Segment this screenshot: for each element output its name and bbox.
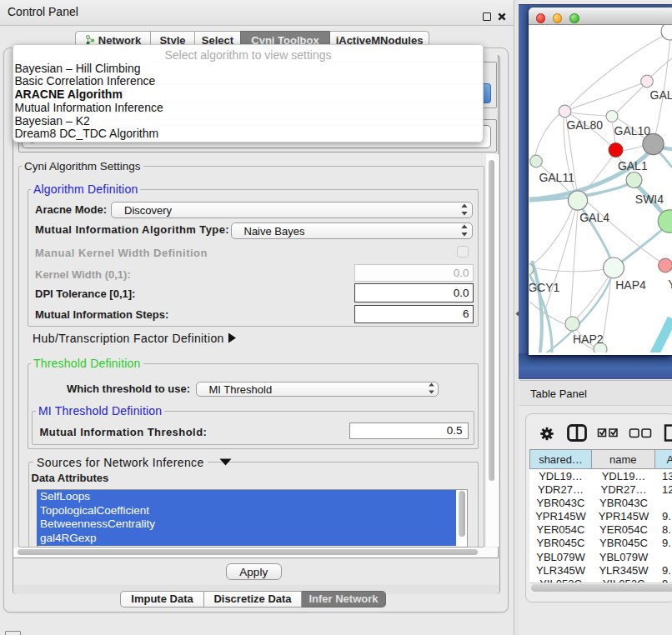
svg-text:GAL10: GAL10 [614, 124, 651, 138]
svg-text:GCY1: GCY1 [529, 281, 560, 294]
svg-text:GAL11: GAL11 [539, 171, 574, 184]
svg-text:GAL80: GAL80 [566, 118, 603, 132]
svg-text:GAL1: GAL1 [618, 159, 648, 172]
svg-text:GAL: GAL [650, 88, 672, 102]
svg-text:SWI4: SWI4 [635, 192, 664, 206]
svg-text:HAP2: HAP2 [573, 332, 604, 346]
svg-text:HAP4: HAP4 [615, 278, 646, 292]
svg-text:GAL4: GAL4 [579, 211, 609, 224]
svg-text:Y: Y [668, 278, 672, 291]
